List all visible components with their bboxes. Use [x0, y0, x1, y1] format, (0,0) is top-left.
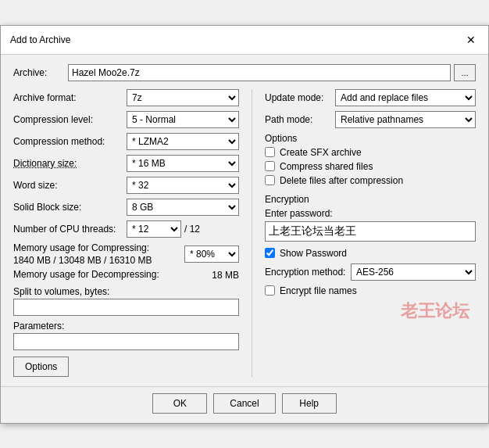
compression-method-select[interactable]: * LZMA2 [127, 133, 239, 150]
encrypt-names-label: Encrypt file names [280, 285, 357, 296]
solid-block-select[interactable]: 8 GB [127, 199, 239, 216]
show-password-checkbox[interactable] [265, 248, 275, 258]
dialog-body: Archive: ... Archive format: 7z Compress… [1, 55, 488, 386]
browse-button[interactable]: ... [454, 64, 476, 81]
memory-compress-label: Memory usage for Compressing: [13, 242, 152, 253]
solid-block-row: Solid Block size: 8 GB [13, 199, 239, 216]
create-sfx-row: Create SFX archive [265, 147, 476, 158]
format-label: Archive format: [13, 92, 127, 103]
show-password-label: Show Password [280, 248, 347, 259]
delete-after-row: Delete files after compression [265, 175, 476, 186]
main-columns: Archive format: 7z Compression level: 5 … [13, 89, 476, 377]
word-size-row: Word size: * 32 [13, 177, 239, 194]
options-button[interactable]: Options [13, 357, 69, 377]
format-row: Archive format: 7z [13, 89, 239, 106]
delete-after-checkbox[interactable] [265, 175, 275, 185]
memory-decompress-row: Memory usage for Decompressing: 18 MB [13, 269, 239, 281]
update-mode-select[interactable]: Add and replace files [335, 89, 476, 106]
encryption-section-label: Encryption [265, 194, 476, 205]
memory-compress-row: Memory usage for Compressing: 1840 MB / … [13, 242, 239, 266]
word-size-label: Word size: [13, 180, 127, 191]
archive-label: Archive: [13, 67, 68, 78]
update-mode-row: Update mode: Add and replace files [265, 89, 476, 106]
encrypt-names-checkbox[interactable] [265, 285, 275, 296]
split-input[interactable] [13, 299, 239, 316]
enter-password-label: Enter password: [265, 208, 476, 219]
dictionary-size-select[interactable]: * 16 MB [127, 155, 239, 172]
encryption-section: Encryption Enter password: Show Password… [265, 194, 476, 296]
delete-after-label: Delete files after compression [280, 175, 403, 186]
params-section: Parameters: [13, 321, 239, 357]
create-sfx-checkbox[interactable] [265, 147, 275, 157]
params-input[interactable] [13, 333, 239, 350]
memory-decompress-value: 18 MB [212, 270, 239, 281]
compress-shared-label: Compress shared files [280, 161, 373, 172]
enc-method-select[interactable]: AES-256 [351, 263, 476, 281]
cpu-threads-select[interactable]: * 12 [127, 220, 181, 238]
dialog-title: Add to Archive [10, 34, 70, 45]
dialog-add-to-archive: Add to Archive ✕ Archive: ... Archive fo… [0, 25, 489, 424]
cancel-button[interactable]: Cancel [213, 393, 275, 414]
ok-button[interactable]: OK [152, 393, 207, 414]
compression-method-row: Compression method: * LZMA2 [13, 133, 239, 150]
cpu-threads-row: Number of CPU threads: * 12 / 12 [13, 220, 239, 238]
archive-input[interactable] [68, 64, 451, 81]
compression-level-select[interactable]: 5 - Normal [127, 111, 239, 128]
dictionary-size-row: Dictionary size: * 16 MB [13, 155, 239, 172]
memory-compress-value: 1840 MB / 13048 MB / 16310 MB [13, 255, 152, 266]
right-column: Update mode: Add and replace files Path … [265, 89, 476, 377]
cpu-slash: / 12 [184, 224, 200, 235]
memory-pct-select[interactable]: * 80% [184, 246, 239, 263]
split-section: Split to volumes, bytes: [13, 286, 239, 321]
encrypt-names-row: Encrypt file names [265, 285, 476, 296]
compression-method-label: Compression method: [13, 136, 127, 147]
word-size-select[interactable]: * 32 [127, 177, 239, 194]
enc-method-label: Encryption method: [265, 267, 351, 278]
memory-decompress-label: Memory usage for Decompressing: [13, 269, 159, 280]
title-bar: Add to Archive ✕ [1, 26, 488, 55]
path-mode-label: Path mode: [265, 114, 335, 125]
compression-level-row: Compression level: 5 - Normal [13, 111, 239, 128]
create-sfx-label: Create SFX archive [280, 147, 362, 158]
path-mode-row: Path mode: Relative pathnames [265, 111, 476, 128]
update-mode-label: Update mode: [265, 92, 335, 103]
cpu-threads-label: Number of CPU threads: [13, 224, 127, 235]
split-label: Split to volumes, bytes: [13, 286, 239, 297]
left-column: Archive format: 7z Compression level: 5 … [13, 89, 239, 377]
dictionary-size-label: Dictionary size: [13, 158, 127, 169]
vertical-divider [252, 89, 252, 377]
dialog-footer: OK Cancel Help [1, 386, 488, 423]
compress-shared-checkbox[interactable] [265, 161, 275, 171]
password-input[interactable] [265, 221, 476, 242]
watermark: 老王论坛 [265, 299, 476, 323]
close-button[interactable]: ✕ [463, 32, 479, 48]
help-button[interactable]: Help [282, 393, 337, 414]
enc-method-row: Encryption method: AES-256 [265, 263, 476, 281]
compress-shared-row: Compress shared files [265, 161, 476, 172]
show-password-row: Show Password [265, 248, 476, 259]
compression-level-label: Compression level: [13, 114, 127, 125]
params-label: Parameters: [13, 321, 239, 332]
options-section-label: Options [265, 133, 476, 144]
archive-row: Archive: ... [13, 64, 476, 81]
format-select[interactable]: 7z [127, 89, 239, 106]
solid-block-label: Solid Block size: [13, 202, 127, 213]
path-mode-select[interactable]: Relative pathnames [335, 111, 476, 128]
